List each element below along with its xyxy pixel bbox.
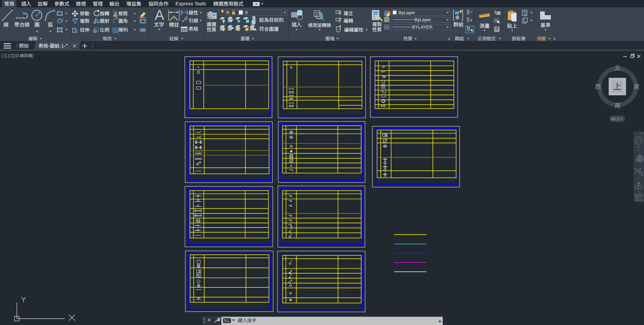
svg-text:0: 0 (245, 10, 248, 15)
svg-text:ByLayer: ByLayer (414, 17, 431, 22)
svg-text:Express Tools: Express Tools (176, 1, 206, 6)
svg-text:ByLayer: ByLayer (399, 10, 415, 15)
svg-text:WCS: WCS (611, 117, 620, 121)
svg-text:BYLAYER: BYLAYER (412, 25, 433, 30)
svg-text:A: A (155, 7, 164, 23)
